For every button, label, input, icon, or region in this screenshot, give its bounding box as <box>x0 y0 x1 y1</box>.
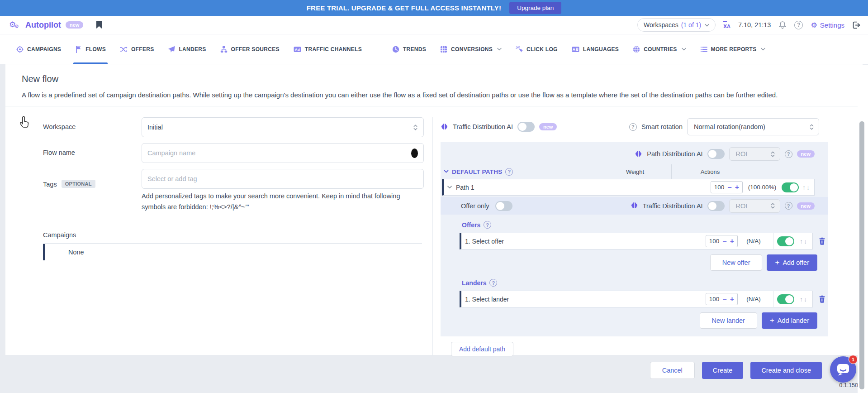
settings-label: Settings <box>820 21 844 29</box>
new-offer-button[interactable]: New offer <box>710 254 763 271</box>
path-traffic-ai-new-badge: new <box>797 202 815 210</box>
collapse-chevron-icon[interactable] <box>444 170 449 173</box>
delete-lander-icon[interactable] <box>819 295 825 303</box>
add-default-path-button[interactable]: Add default path <box>451 342 513 356</box>
landers-help-icon[interactable]: ? <box>489 279 497 287</box>
path-ai-metric-select[interactable]: ROI <box>729 147 780 161</box>
lander-weight-stepper: 100 − + <box>706 293 738 305</box>
path-traffic-ai-toggle[interactable] <box>707 201 725 211</box>
tags-input[interactable] <box>147 175 418 182</box>
bookmark-icon[interactable] <box>96 21 102 29</box>
weight-value[interactable]: 100 <box>709 238 720 244</box>
nav-item-campaigns[interactable]: CAMPAIGNS <box>16 34 61 64</box>
brand-logo[interactable]: Autopilot <box>25 20 61 30</box>
nav-item-offer-sources[interactable]: OFFER SOURCES <box>220 34 280 64</box>
offers-section: Offers ? 1. Select offer 100 − + <box>441 215 828 271</box>
upgrade-plan-button[interactable]: Upgrade plan <box>509 2 561 14</box>
row-accent-bar <box>43 244 45 260</box>
nav-item-more-reports[interactable]: MORE REPORTS <box>700 34 766 64</box>
move-up-icon[interactable]: ↑ <box>800 296 803 303</box>
weight-value[interactable]: 100 <box>709 296 720 302</box>
brand-gears-icon: ⚙⚙ <box>9 20 21 30</box>
nav-item-conversions[interactable]: CONVERSIONS <box>440 34 502 64</box>
path-ai-toggle[interactable] <box>707 149 725 159</box>
flow-name-input[interactable] <box>147 149 411 157</box>
move-up-icon[interactable]: ↑ <box>800 238 803 245</box>
select-offer[interactable]: 1. Select offer <box>465 238 706 245</box>
flag-icon <box>75 46 82 53</box>
offer-only-toggle[interactable] <box>495 201 512 211</box>
smart-rotation-help-icon[interactable]: ? <box>629 123 637 131</box>
campaigns-label: Campaigns <box>43 231 432 239</box>
smart-rotation-label: Smart rotation <box>641 123 683 130</box>
grid-icon <box>440 46 447 53</box>
nav-item-flows[interactable]: FLOWS <box>75 34 106 64</box>
select-lander[interactable]: 1. Select lander <box>465 296 706 303</box>
plus-icon: + <box>775 258 779 267</box>
offers-help-icon[interactable]: ? <box>484 221 491 229</box>
add-offer-button[interactable]: + Add offer <box>767 254 817 271</box>
logout-icon[interactable] <box>852 21 861 29</box>
path-name[interactable]: Path 1 <box>447 184 711 191</box>
create-and-close-button[interactable]: Create and close <box>750 362 822 379</box>
nav-item-languages[interactable]: A LANGUAGES <box>572 34 619 64</box>
delete-offer-icon[interactable] <box>819 237 825 245</box>
nav-item-landers[interactable]: LANDERS <box>168 34 206 64</box>
translate-icon[interactable]: xA <box>723 21 730 29</box>
scrollbar-thumb[interactable] <box>859 121 864 389</box>
page-title: New flow <box>22 72 846 85</box>
path-enabled-toggle[interactable] <box>782 182 799 192</box>
nav-item-offers[interactable]: OFFERS <box>120 34 154 64</box>
traffic-ai-toggle[interactable] <box>517 122 535 132</box>
workspaces-label: Workspaces <box>644 21 678 29</box>
tags-help-text: Add personalized tags to make your searc… <box>142 191 424 212</box>
chat-widget-button[interactable]: 1 <box>830 356 856 383</box>
clock-icon <box>392 46 399 53</box>
new-flow-card: New flow A flow is a predefined set of c… <box>5 64 863 355</box>
lander-enabled-toggle[interactable] <box>777 294 794 304</box>
move-down-icon[interactable]: ↓ <box>804 296 807 303</box>
select-chevrons-icon <box>413 124 418 131</box>
path-ai-help-icon[interactable]: ? <box>785 150 792 158</box>
path-traffic-ai-metric-select[interactable]: ROI <box>729 199 780 213</box>
create-button[interactable]: Create <box>702 362 744 379</box>
new-lander-button[interactable]: New lander <box>700 312 757 329</box>
move-up-icon[interactable]: ↑ <box>802 184 806 191</box>
minus-icon[interactable]: − <box>722 296 726 303</box>
minus-icon[interactable]: − <box>722 238 726 245</box>
move-down-icon[interactable]: ↓ <box>806 184 810 191</box>
weight-value[interactable]: 100 <box>714 184 725 191</box>
landers-title: Landers <box>462 279 486 287</box>
smart-rotation-select[interactable]: Normal rotation(random) <box>687 118 819 135</box>
notifications-bell-icon[interactable] <box>778 21 787 29</box>
svg-text:Ad: Ad <box>295 48 300 52</box>
offer-enabled-toggle[interactable] <box>777 236 794 246</box>
minus-icon[interactable]: − <box>727 184 731 191</box>
plus-icon[interactable]: + <box>730 296 734 303</box>
workspace-select[interactable]: Initial <box>142 117 424 137</box>
list-icon <box>700 46 707 53</box>
offer-weight-stepper: 100 − + <box>706 235 738 247</box>
ai-brain-icon <box>635 150 642 158</box>
ai-brain-icon <box>441 123 448 131</box>
add-lander-button[interactable]: + Add lander <box>762 312 817 329</box>
nav-item-click-log[interactable]: CLICK LOG <box>516 34 558 64</box>
help-icon[interactable]: ? <box>794 21 803 29</box>
path-traffic-ai-label: Traffic Distribution AI <box>643 202 703 210</box>
nav-item-traffic-channels[interactable]: Ad TRAFFIC CHANNELS <box>294 34 362 64</box>
plus-icon: + <box>770 316 774 325</box>
workspaces-selector[interactable]: Workspaces (1 of 1) <box>637 18 716 32</box>
globe-icon <box>633 46 640 53</box>
nav-item-trends[interactable]: TRENDS <box>392 34 426 64</box>
trial-banner: FREE TRIAL. UPGRADE & GET FULL ACCESS IN… <box>0 0 868 16</box>
default-paths-help-icon[interactable]: ? <box>505 168 513 176</box>
settings-button[interactable]: ⚙ Settings <box>811 21 844 29</box>
cancel-button[interactable]: Cancel <box>650 362 695 379</box>
path-traffic-ai-help-icon[interactable]: ? <box>785 202 792 210</box>
plus-icon[interactable]: + <box>735 184 739 191</box>
nav-item-countries[interactable]: COUNTRIES <box>633 34 686 64</box>
path-ai-label: Path Distribution AI <box>647 150 702 158</box>
move-down-icon[interactable]: ↓ <box>804 238 807 245</box>
plus-icon[interactable]: + <box>730 238 734 245</box>
row-divider <box>773 233 773 249</box>
